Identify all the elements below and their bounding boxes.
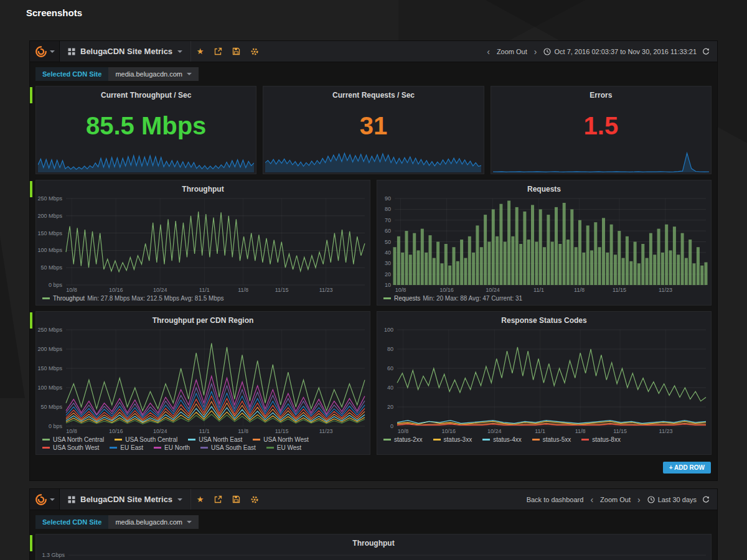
share-button[interactable] (209, 41, 227, 62)
legend-item[interactable]: RequestsMin: 20 Max: 88 Avg: 47 Current:… (383, 295, 522, 302)
requests-chart[interactable]: 10203040506070809010/810/1610/2411/111/8… (377, 195, 711, 294)
legend-item[interactable]: status-2xx (383, 436, 425, 443)
page-title: Screenshots (26, 7, 82, 18)
panel-title[interactable]: Current Throughput / Sec (36, 86, 256, 100)
legend-item[interactable]: USA South Central (115, 436, 180, 443)
region-legend: USA North CentralUSA South CentralUSA No… (36, 436, 370, 452)
star-icon: ★ (197, 495, 204, 503)
throughput-chart[interactable]: 1.3 Gbps (36, 549, 711, 560)
row-collapse-handle[interactable] (30, 181, 32, 197)
save-button[interactable] (227, 41, 245, 62)
panel-title[interactable]: Errors (491, 86, 711, 100)
legend-item[interactable]: status-4xx (482, 436, 524, 443)
legend-item[interactable]: EU East (110, 444, 146, 451)
dashboard-rows: Throughput 1.3 Gbps (30, 531, 717, 560)
legend-series-name: USA North West (263, 436, 309, 443)
legend-item[interactable]: USA North Central (42, 436, 106, 443)
throughput-legend: ThroughputMin: 27.8 Mbps Max: 212.5 Mbps… (36, 294, 370, 303)
legend-item[interactable]: USA South East (200, 444, 258, 451)
legend-item[interactable]: EU North (154, 444, 192, 451)
dashboard-grid-icon (68, 48, 75, 55)
svg-text:50 Mbps: 50 Mbps (40, 404, 62, 410)
svg-text:11/23: 11/23 (659, 287, 672, 293)
legend-color-swatch (383, 439, 391, 441)
panel-title[interactable]: Throughput (36, 180, 370, 194)
template-variable-select[interactable]: media.belugacdn.com (108, 67, 199, 81)
legend-series-name: Requests (394, 295, 420, 302)
grafana-menu-button[interactable] (30, 489, 60, 510)
panel-current-throughput: Current Throughput / Sec 85.5 Mbps (35, 86, 256, 174)
row-collapse-handle[interactable] (30, 535, 32, 551)
legend-item[interactable]: USA North West (253, 436, 311, 443)
throughput-chart[interactable]: 0 bps50 Mbps100 Mbps150 Mbps200 Mbps250 … (36, 195, 370, 294)
region-chart[interactable]: 0 bps50 Mbps100 Mbps150 Mbps200 Mbps250 … (36, 326, 370, 436)
chevron-left-button[interactable]: ‹ (486, 47, 491, 56)
legend-item[interactable]: EU West (266, 444, 304, 451)
star-button[interactable]: ★ (191, 489, 209, 510)
legend-item[interactable]: status-3xx (433, 436, 475, 443)
panel-title[interactable]: Current Requests / Sec (263, 86, 483, 100)
panel-requests: Requests 10203040506070809010/810/1610/2… (377, 180, 712, 306)
row-collapse-handle[interactable] (30, 312, 32, 329)
grafana-logo-icon (35, 493, 47, 506)
dashboard-picker[interactable]: BelugaCDN Site Metrics (60, 41, 191, 62)
dashboard-picker[interactable]: BelugaCDN Site Metrics (60, 489, 191, 510)
legend-item[interactable]: USA South West (42, 444, 101, 451)
legend-item[interactable]: USA North East (188, 436, 245, 443)
navbar-actions: ★ (191, 41, 263, 62)
save-button[interactable] (227, 489, 245, 510)
chevron-right-button[interactable]: › (636, 495, 642, 504)
svg-text:100 Mbps: 100 Mbps (37, 247, 62, 253)
legend-series-name: Throughput (53, 295, 85, 302)
settings-button[interactable] (245, 41, 263, 62)
zoom-out-button[interactable]: Zoom Out (600, 496, 631, 503)
legend-series-name: EU East (120, 444, 143, 451)
add-row-button[interactable]: + ADD ROW (663, 462, 711, 474)
legend-series-stats: Min: 20 Max: 88 Avg: 47 Current: 31 (423, 295, 522, 302)
legend-item[interactable]: status-8xx (581, 436, 623, 443)
refresh-button[interactable] (702, 48, 710, 55)
grafana-menu-button[interactable] (30, 41, 60, 62)
row-singlestats: Current Throughput / Sec 85.5 Mbps Curre… (35, 86, 712, 174)
template-variable-select[interactable]: media.belugacdn.com (108, 515, 199, 529)
svg-text:10/16: 10/16 (439, 287, 454, 293)
time-range-picker[interactable]: Oct 7, 2016 02:03:37 to Nov 30, 2016 11:… (543, 48, 697, 55)
svg-text:10/24: 10/24 (487, 428, 502, 434)
panel-title[interactable]: Response Status Codes (377, 312, 711, 325)
svg-text:70: 70 (385, 217, 391, 223)
svg-text:11/8: 11/8 (574, 287, 585, 293)
svg-text:11/1: 11/1 (535, 428, 545, 434)
row-collapse-handle[interactable] (30, 87, 32, 103)
time-range-label: Oct 7, 2016 02:03:37 to Nov 30, 2016 11:… (554, 48, 697, 55)
legend-item[interactable]: ThroughputMin: 27.8 Mbps Max: 212.5 Mbps… (42, 295, 224, 302)
panel-throughput: Throughput 0 bps50 Mbps100 Mbps150 Mbps2… (35, 180, 370, 306)
svg-text:60: 60 (387, 365, 393, 371)
svg-text:10/16: 10/16 (109, 287, 123, 293)
settings-button[interactable] (245, 489, 263, 510)
zoom-out-button[interactable]: Zoom Out (497, 48, 527, 55)
chevron-down-icon (187, 521, 192, 523)
svg-text:20: 20 (385, 271, 391, 278)
panel-title[interactable]: Requests (377, 180, 711, 194)
share-button[interactable] (209, 489, 227, 510)
svg-text:11/23: 11/23 (659, 428, 673, 434)
legend-color-swatch (482, 439, 490, 441)
legend-series-name: status-3xx (444, 436, 472, 443)
panel-current-requests: Current Requests / Sec 31 (263, 86, 484, 174)
back-to-dashboard-link[interactable]: Back to dashboard (527, 496, 584, 503)
legend-item[interactable]: status-5xx (532, 436, 574, 443)
panel-title[interactable]: Throughput per CDN Region (36, 312, 370, 325)
svg-text:150 Mbps: 150 Mbps (37, 230, 62, 236)
dashboard-navbar: BelugaCDN Site Metrics ★ (30, 41, 717, 62)
panel-title[interactable]: Throughput (36, 534, 711, 548)
svg-text:1.3 Gbps: 1.3 Gbps (42, 552, 65, 558)
row-graphs-2: Throughput per CDN Region 0 bps50 Mbps10… (35, 311, 712, 455)
time-range-picker[interactable]: Last 30 days (647, 496, 697, 503)
chevron-left-button[interactable]: ‹ (589, 495, 594, 504)
refresh-button[interactable] (702, 496, 710, 503)
chevron-right-button[interactable]: › (533, 47, 538, 56)
svg-text:0: 0 (390, 423, 393, 429)
status-chart[interactable]: 02040608010010/810/1610/2411/111/811/151… (377, 326, 711, 436)
legend-color-swatch (188, 439, 195, 441)
star-button[interactable]: ★ (191, 41, 209, 62)
